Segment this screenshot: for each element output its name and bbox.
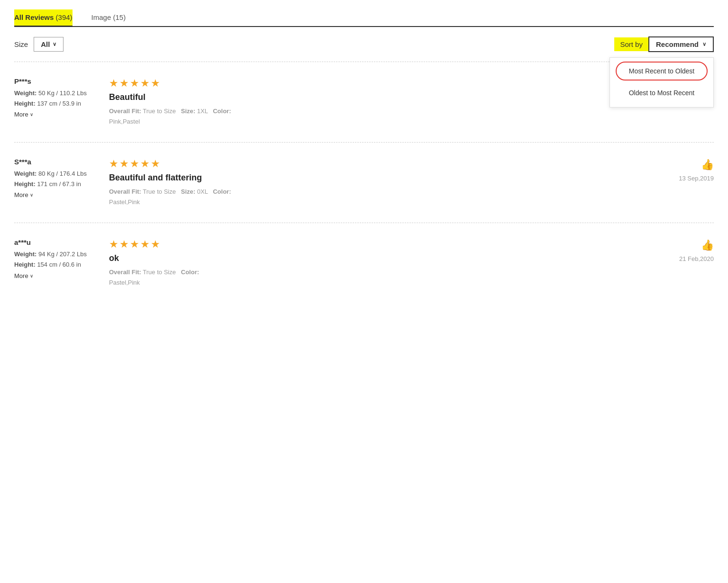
sort-option-most-recent[interactable]: Most Recent to Oldest bbox=[616, 62, 708, 81]
review-stars: ★★★★★ bbox=[109, 77, 652, 90]
reviewer-info: a***u Weight: 94 Kg / 207.2 Lbs Height: … bbox=[14, 238, 109, 279]
review-meta: Overall Fit: True to Size Size: 1XL Colo… bbox=[109, 106, 652, 117]
reviewer-height: Height: 171 cm / 67.3 in bbox=[14, 179, 109, 189]
color-label: Color: bbox=[213, 108, 231, 115]
sort-chevron-icon: ∨ bbox=[702, 41, 706, 47]
review-color-value: Pastel,Pink bbox=[109, 278, 652, 288]
review-stars: ★★★★★ bbox=[109, 158, 652, 170]
review-title: Beautiful bbox=[109, 92, 652, 102]
review-right: 👍 21 Feb,2020 bbox=[652, 238, 714, 262]
review-row: a***u Weight: 94 Kg / 207.2 Lbs Height: … bbox=[14, 231, 714, 296]
review-date: 21 Feb,2020 bbox=[657, 255, 714, 262]
tab-image[interactable]: Image (15) bbox=[91, 9, 126, 26]
reviews-list: P***s Weight: 50 Kg / 110.2 Lbs Height: … bbox=[14, 70, 714, 296]
reviewer-weight: Weight: 94 Kg / 207.2 Lbs bbox=[14, 249, 109, 260]
size-label: Size: bbox=[181, 188, 195, 195]
review-date: 13 Sep,2019 bbox=[657, 175, 714, 182]
review-tabs: All Reviews (394) Image (15) bbox=[14, 9, 714, 26]
sort-dropdown-value: Recommend bbox=[656, 40, 699, 48]
reviewer-more-link[interactable]: More ∨ bbox=[14, 272, 109, 279]
color-value: Pastel,Pink bbox=[109, 279, 140, 286]
tab-all-reviews-label: All Reviews bbox=[14, 13, 54, 21]
filter-right: Sort by Recommend ∨ Most Recent to Oldes… bbox=[614, 36, 714, 52]
size-filter-label: Size bbox=[14, 40, 28, 48]
reviewer-more-link[interactable]: More ∨ bbox=[14, 111, 109, 118]
filter-review-divider bbox=[14, 62, 714, 62]
reviewer-weight: Weight: 80 Kg / 176.4 Lbs bbox=[14, 169, 109, 179]
review-meta: Overall Fit: True to Size Size: 0XL Colo… bbox=[109, 187, 652, 197]
reviewer-info: S***a Weight: 80 Kg / 176.4 Lbs Height: … bbox=[14, 158, 109, 198]
thumbs-up-icon[interactable]: 👍 bbox=[701, 159, 714, 171]
size-label: Size: bbox=[181, 108, 195, 115]
filter-left: Size All ∨ bbox=[14, 37, 64, 52]
color-label: Color: bbox=[181, 269, 199, 276]
overall-fit-label: Overall Fit: bbox=[109, 108, 141, 115]
sort-dropdown-menu: Most Recent to Oldest Oldest to Most Rec… bbox=[610, 57, 714, 108]
size-dropdown-value: All bbox=[41, 40, 50, 48]
review-stars: ★★★★★ bbox=[109, 238, 652, 251]
filter-row: Size All ∨ Sort by Recommend ∨ Most Rece… bbox=[14, 36, 714, 52]
overall-fit-label: Overall Fit: bbox=[109, 269, 141, 276]
tab-image-count: (15) bbox=[113, 13, 126, 21]
size-chevron-icon: ∨ bbox=[53, 41, 56, 47]
tab-image-label: Image bbox=[91, 13, 111, 21]
review-divider bbox=[14, 223, 714, 223]
overall-fit-label: Overall Fit: bbox=[109, 188, 141, 195]
tab-divider bbox=[14, 26, 714, 27]
color-value: Pastel,Pink bbox=[109, 198, 140, 206]
more-chevron-icon: ∨ bbox=[30, 273, 33, 278]
overall-fit-value: True to Size bbox=[143, 269, 176, 276]
reviewer-more-link[interactable]: More ∨ bbox=[14, 191, 109, 198]
size-value: 1XL bbox=[197, 108, 208, 115]
thumbs-up-icon[interactable]: 👍 bbox=[701, 239, 714, 251]
tab-all-reviews-count: (394) bbox=[56, 13, 73, 21]
reviewer-name: S***a bbox=[14, 158, 109, 166]
reviewer-height: Height: 137 cm / 53.9 in bbox=[14, 99, 109, 109]
size-dropdown[interactable]: All ∨ bbox=[34, 37, 64, 52]
review-row: S***a Weight: 80 Kg / 176.4 Lbs Height: … bbox=[14, 150, 714, 215]
review-right: 👍 13 Sep,2019 bbox=[652, 158, 714, 182]
reviewer-info: P***s Weight: 50 Kg / 110.2 Lbs Height: … bbox=[14, 77, 109, 118]
tab-all-reviews[interactable]: All Reviews (394) bbox=[14, 9, 73, 26]
overall-fit-value: True to Size bbox=[143, 188, 176, 195]
color-value: Pink,Pastel bbox=[109, 118, 140, 125]
more-chevron-icon: ∨ bbox=[30, 192, 33, 197]
review-title: Beautiful and flattering bbox=[109, 173, 652, 183]
review-color-value: Pastel,Pink bbox=[109, 197, 652, 207]
more-chevron-icon: ∨ bbox=[30, 112, 33, 117]
reviewer-weight: Weight: 50 Kg / 110.2 Lbs bbox=[14, 88, 109, 99]
sort-option-oldest[interactable]: Oldest to Most Recent bbox=[616, 82, 708, 103]
reviewer-height: Height: 154 cm / 60.6 in bbox=[14, 260, 109, 270]
review-title: ok bbox=[109, 253, 652, 263]
reviewer-name: P***s bbox=[14, 77, 109, 85]
sort-dropdown[interactable]: Recommend ∨ bbox=[648, 36, 714, 52]
review-meta: Overall Fit: True to Size Color: bbox=[109, 267, 652, 278]
overall-fit-value: True to Size bbox=[143, 108, 176, 115]
review-row: P***s Weight: 50 Kg / 110.2 Lbs Height: … bbox=[14, 70, 714, 135]
reviewer-name: a***u bbox=[14, 238, 109, 246]
review-divider bbox=[14, 142, 714, 143]
sort-by-label: Sort by bbox=[614, 37, 648, 51]
color-label: Color: bbox=[213, 188, 231, 195]
review-content: ★★★★★ Beautiful Overall Fit: True to Siz… bbox=[109, 77, 652, 127]
review-color-value: Pink,Pastel bbox=[109, 117, 652, 127]
review-content: ★★★★★ Beautiful and flattering Overall F… bbox=[109, 158, 652, 207]
size-value: 0XL bbox=[197, 188, 208, 195]
review-content: ★★★★★ ok Overall Fit: True to Size Color… bbox=[109, 238, 652, 288]
more-label: More bbox=[14, 191, 28, 198]
more-label: More bbox=[14, 272, 28, 279]
more-label: More bbox=[14, 111, 28, 118]
